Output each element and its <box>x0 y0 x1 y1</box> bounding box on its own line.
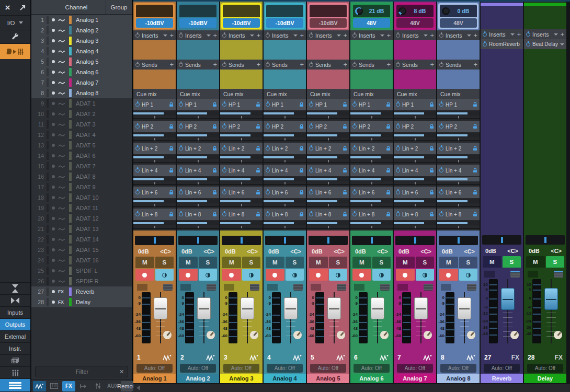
power-icon[interactable] <box>439 168 443 172</box>
power-icon[interactable] <box>396 190 400 194</box>
cue-send-header[interactable]: Lin + 4 <box>437 165 480 176</box>
record-dot-icon[interactable] <box>52 165 55 168</box>
cue-send-header[interactable]: HP 2 <box>264 121 306 132</box>
power-icon[interactable] <box>526 42 530 47</box>
volume-value[interactable]: 0dB <box>268 248 279 255</box>
record-arm-button[interactable] <box>439 269 458 281</box>
cue-send-pan[interactable] <box>177 225 219 229</box>
cue-send-header[interactable]: HP 1 <box>177 99 219 110</box>
cue-send-header[interactable]: Lin + 2 <box>307 143 349 154</box>
cue-send-pan[interactable] <box>177 203 219 207</box>
instrument-channels-toggle[interactable] <box>48 381 61 391</box>
pan-knob-icon[interactable] <box>467 331 475 339</box>
add-sends-icon[interactable]: + <box>256 61 260 68</box>
audio-channels-toggle[interactable] <box>33 381 46 391</box>
color-chip[interactable] <box>69 193 72 202</box>
lock-icon[interactable] <box>299 212 304 217</box>
cue-send-level-slider[interactable] <box>307 111 349 116</box>
power-icon[interactable] <box>352 33 357 38</box>
add-inserts-icon[interactable]: + <box>256 32 260 39</box>
lock-icon[interactable] <box>386 102 391 107</box>
cue-send-level-slider[interactable] <box>350 199 393 203</box>
color-chip[interactable] <box>69 277 72 285</box>
power-icon[interactable] <box>222 63 226 67</box>
color-chip[interactable] <box>69 37 72 45</box>
color-chip[interactable] <box>69 256 72 264</box>
meter-options-button[interactable] <box>424 284 433 291</box>
cue-send-header[interactable]: HP 2 <box>350 121 393 132</box>
cue-send-level-slider[interactable] <box>177 155 219 159</box>
cue-send-header[interactable]: Lin + 4 <box>133 165 176 176</box>
cue-send-pan[interactable] <box>350 181 393 186</box>
strip-name-plate[interactable]: Reverb <box>481 374 523 383</box>
power-icon[interactable] <box>266 63 270 67</box>
line-level-button[interactable]: -10dBV <box>223 18 260 28</box>
cue-send-pan[interactable] <box>437 137 480 142</box>
color-chip[interactable] <box>69 120 72 129</box>
lock-icon[interactable] <box>386 146 391 151</box>
record-dot-icon[interactable] <box>52 290 55 293</box>
record-dot-icon[interactable] <box>52 175 55 178</box>
pan-knob-icon[interactable] <box>380 331 389 339</box>
lock-icon[interactable] <box>386 168 391 173</box>
cue-send-pan[interactable] <box>220 225 263 229</box>
cue-send-header[interactable]: Lin + 4 <box>220 165 263 176</box>
color-chip[interactable] <box>69 57 72 66</box>
list-item[interactable]: 18ADAT 10 <box>31 192 132 203</box>
record-dot-icon[interactable] <box>52 280 55 283</box>
solo-button[interactable]: S <box>503 256 521 268</box>
lock-icon[interactable] <box>343 124 347 129</box>
cue-send-header[interactable]: Lin + 2 <box>437 143 480 154</box>
cue-send-pan[interactable] <box>437 159 480 164</box>
power-icon[interactable] <box>135 33 140 38</box>
color-chip[interactable] <box>69 141 72 149</box>
record-arm-button[interactable] <box>309 269 328 281</box>
automation-mode-button[interactable]: Auto: Off <box>354 364 390 373</box>
cue-send-level-slider[interactable] <box>307 177 349 181</box>
color-chip[interactable] <box>69 298 72 306</box>
cue-send-level-slider[interactable] <box>350 111 393 116</box>
power-icon[interactable] <box>266 124 270 129</box>
power-icon[interactable] <box>352 168 357 172</box>
record-dot-icon[interactable] <box>52 39 55 42</box>
power-icon[interactable] <box>179 63 183 67</box>
power-icon[interactable] <box>135 102 140 107</box>
power-icon[interactable] <box>222 33 226 38</box>
cue-send-header[interactable]: Lin + 6 <box>264 187 306 198</box>
power-icon[interactable] <box>179 33 183 38</box>
record-dot-icon[interactable] <box>52 60 55 63</box>
fx-channels-toggle[interactable]: FX <box>62 381 75 391</box>
list-item[interactable]: 8Analog 8 <box>31 88 132 98</box>
lock-icon[interactable] <box>256 212 260 217</box>
cue-send-header[interactable]: Lin + 4 <box>264 165 306 176</box>
cue-send-header[interactable]: Lin + 8 <box>220 209 263 220</box>
mute-button[interactable]: M <box>526 256 545 268</box>
solo-button[interactable]: S <box>459 257 478 268</box>
cue-send-pan[interactable] <box>177 137 219 142</box>
power-icon[interactable] <box>309 102 313 107</box>
channel-column-header[interactable]: Channel <box>31 4 106 10</box>
color-chip[interactable] <box>69 225 72 233</box>
cue-send-level-slider[interactable] <box>264 177 306 181</box>
chevron-down-icon[interactable] <box>380 34 384 37</box>
cue-send-pan[interactable] <box>437 116 480 120</box>
record-arm-button[interactable] <box>222 269 241 281</box>
chevron-down-icon[interactable] <box>510 33 515 36</box>
filter-clear-icon[interactable]: ✕ <box>119 368 128 375</box>
close-button[interactable]: × <box>0 3 15 12</box>
cue-send-level-slider[interactable] <box>264 221 306 225</box>
monitor-button[interactable] <box>286 269 304 281</box>
pan-slider[interactable] <box>135 236 174 245</box>
gain-knob[interactable] <box>355 7 363 15</box>
record-dot-icon[interactable] <box>52 206 55 210</box>
record-dot-icon[interactable] <box>52 29 55 32</box>
cue-send-header[interactable]: Lin + 6 <box>307 187 349 198</box>
record-dot-icon[interactable] <box>52 238 55 241</box>
cue-send-header[interactable]: Lin + 2 <box>133 143 176 154</box>
cue-send-header[interactable]: Lin + 2 <box>177 143 219 154</box>
cue-send-level-slider[interactable] <box>220 133 263 137</box>
list-item[interactable]: 3Analog 3 <box>31 36 132 46</box>
pan-slider[interactable] <box>265 236 304 245</box>
pan-value[interactable]: <C> <box>160 248 171 255</box>
cue-send-level-slider[interactable] <box>437 155 480 159</box>
